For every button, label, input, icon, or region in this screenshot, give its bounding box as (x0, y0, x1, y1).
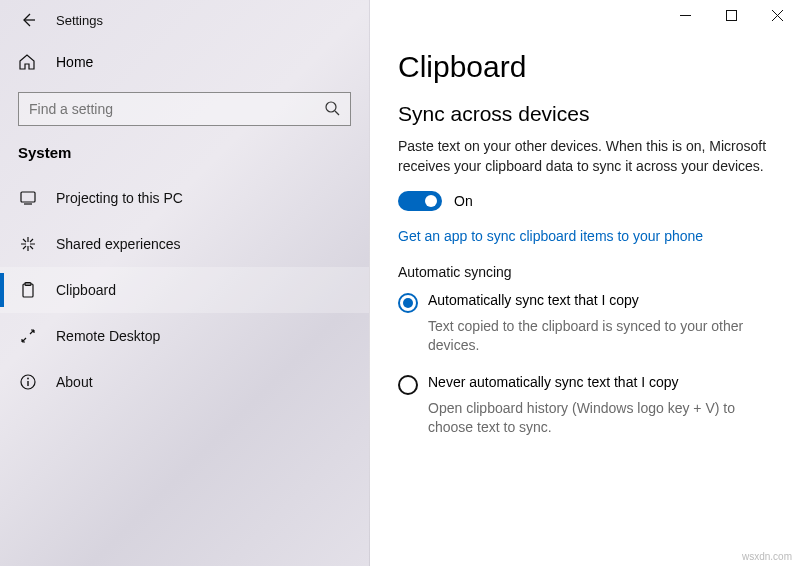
sidebar-item-remote-desktop[interactable]: Remote Desktop (0, 313, 369, 359)
close-icon (772, 10, 783, 21)
sidebar-home-label: Home (56, 54, 93, 70)
sidebar-item-about[interactable]: About (0, 359, 369, 405)
back-arrow-icon (20, 12, 36, 28)
sync-toggle[interactable] (398, 191, 442, 211)
sidebar-item-shared-experiences[interactable]: Shared experiences (0, 221, 369, 267)
radio-auto-sync[interactable]: Automatically sync text that I copy (398, 292, 772, 313)
sidebar-item-label: Clipboard (56, 282, 116, 298)
search-input[interactable] (29, 101, 324, 117)
home-icon (18, 53, 38, 71)
maximize-icon (726, 10, 737, 21)
svg-rect-2 (21, 192, 35, 202)
section-description: Paste text on your other devices. When t… (398, 136, 772, 177)
sidebar: Settings Home System Projecting to this … (0, 0, 370, 566)
close-button[interactable] (754, 0, 800, 30)
radio-label: Never automatically sync text that I cop… (428, 374, 679, 390)
sidebar-home[interactable]: Home (0, 40, 369, 84)
page-title: Clipboard (398, 50, 772, 84)
radio-never-sync[interactable]: Never automatically sync text that I cop… (398, 374, 772, 395)
section-heading: Sync across devices (398, 102, 772, 126)
sidebar-category: System (0, 140, 369, 175)
svg-line-1 (335, 111, 339, 115)
content-inner: Clipboard Sync across devices Paste text… (370, 0, 800, 466)
sync-toggle-label: On (454, 193, 473, 209)
sidebar-item-label: Shared experiences (56, 236, 181, 252)
automatic-syncing-heading: Automatic syncing (398, 264, 772, 280)
radio-description: Text copied to the clipboard is synced t… (428, 317, 772, 356)
titlebar: Settings (0, 0, 369, 40)
svg-rect-10 (726, 10, 736, 20)
radio-label: Automatically sync text that I copy (428, 292, 639, 308)
back-button[interactable] (12, 4, 44, 36)
toggle-knob (425, 195, 437, 207)
minimize-button[interactable] (662, 0, 708, 30)
svg-point-0 (326, 102, 336, 112)
settings-window: Settings Home System Projecting to this … (0, 0, 800, 566)
radio-button[interactable] (398, 293, 418, 313)
search-icon (324, 100, 340, 119)
sidebar-item-clipboard[interactable]: Clipboard (0, 267, 369, 313)
sync-toggle-row: On (398, 191, 772, 211)
watermark: wsxdn.com (742, 551, 792, 562)
clipboard-icon (18, 281, 38, 299)
maximize-button[interactable] (708, 0, 754, 30)
search-wrap (0, 84, 369, 140)
sidebar-item-label: Projecting to this PC (56, 190, 183, 206)
content: Clipboard Sync across devices Paste text… (370, 0, 800, 566)
sidebar-item-label: Remote Desktop (56, 328, 160, 344)
about-icon (18, 373, 38, 391)
window-controls (662, 0, 800, 30)
get-app-link[interactable]: Get an app to sync clipboard items to yo… (398, 228, 703, 244)
sidebar-item-label: About (56, 374, 93, 390)
shared-experiences-icon (18, 235, 38, 253)
window-title: Settings (56, 13, 103, 28)
radio-description: Open clipboard history (Windows logo key… (428, 399, 772, 438)
minimize-icon (680, 10, 691, 21)
remote-desktop-icon (18, 327, 38, 345)
radio-button[interactable] (398, 375, 418, 395)
search-input-container[interactable] (18, 92, 351, 126)
sidebar-item-projecting[interactable]: Projecting to this PC (0, 175, 369, 221)
projecting-icon (18, 189, 38, 207)
svg-point-7 (27, 378, 29, 380)
